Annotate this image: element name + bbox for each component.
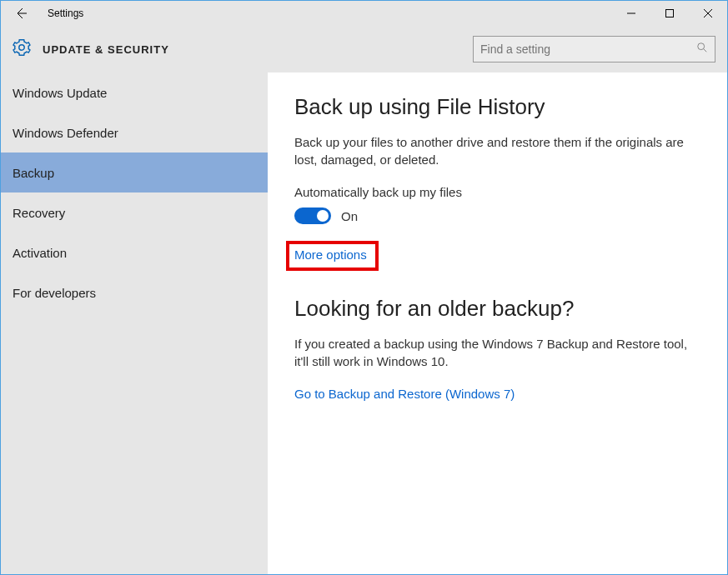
titlebar: Settings (1, 1, 727, 26)
more-options-link[interactable]: More options (294, 248, 367, 262)
heading-file-history: Back up using File History (294, 94, 707, 120)
sidebar: Windows Update Windows Defender Backup R… (1, 72, 268, 574)
sidebar-item-label: Windows Update (13, 86, 107, 100)
settings-window: Settings UPDATE & SECURITY Windows Updat… (0, 0, 728, 575)
close-icon (704, 9, 712, 18)
svg-line-5 (704, 49, 707, 52)
minimize-button[interactable] (612, 1, 650, 26)
content: Back up using File History Back up your … (268, 72, 727, 574)
svg-point-4 (698, 43, 705, 50)
gear-icon (13, 38, 31, 60)
svg-rect-1 (666, 10, 674, 18)
sidebar-item-for-developers[interactable]: For developers (1, 272, 268, 312)
toggle-label: Automatically back up my files (294, 185, 707, 199)
sidebar-item-label: For developers (13, 286, 96, 300)
maximize-button[interactable] (650, 1, 689, 26)
search-input[interactable] (480, 42, 696, 56)
window-controls (612, 1, 727, 26)
sidebar-item-label: Backup (13, 166, 54, 180)
sidebar-item-windows-update[interactable]: Windows Update (1, 72, 268, 112)
search-icon (696, 42, 708, 57)
toggle-row: On (294, 208, 707, 224)
older-backup-section: Looking for an older backup? If you crea… (294, 296, 707, 402)
search-box[interactable] (473, 36, 715, 62)
toggle-knob (317, 210, 329, 222)
sidebar-item-backup[interactable]: Backup (1, 152, 268, 192)
arrow-left-icon (14, 7, 28, 20)
file-history-description: Back up your files to another drive and … (294, 133, 695, 168)
maximize-icon (665, 9, 674, 18)
sidebar-item-label: Recovery (13, 206, 65, 220)
close-button[interactable] (689, 1, 727, 26)
header: UPDATE & SECURITY (1, 26, 727, 72)
section-title: UPDATE & SECURITY (43, 43, 473, 56)
older-backup-description: If you created a backup using the Window… (294, 335, 695, 370)
body: Windows Update Windows Defender Backup R… (1, 72, 727, 574)
window-title: Settings (48, 8, 612, 19)
sidebar-item-label: Activation (13, 246, 67, 260)
sidebar-item-label: Windows Defender (13, 126, 118, 140)
auto-backup-toggle[interactable] (294, 208, 331, 224)
toggle-state: On (341, 209, 358, 223)
sidebar-item-recovery[interactable]: Recovery (1, 192, 268, 232)
back-button[interactable] (1, 1, 41, 26)
heading-older-backup: Looking for an older backup? (294, 296, 707, 322)
sidebar-item-windows-defender[interactable]: Windows Defender (1, 112, 268, 152)
backup-restore-win7-link[interactable]: Go to Backup and Restore (Windows 7) (294, 387, 515, 401)
sidebar-item-activation[interactable]: Activation (1, 232, 268, 272)
highlight-annotation: More options (286, 241, 379, 271)
minimize-icon (627, 9, 635, 18)
